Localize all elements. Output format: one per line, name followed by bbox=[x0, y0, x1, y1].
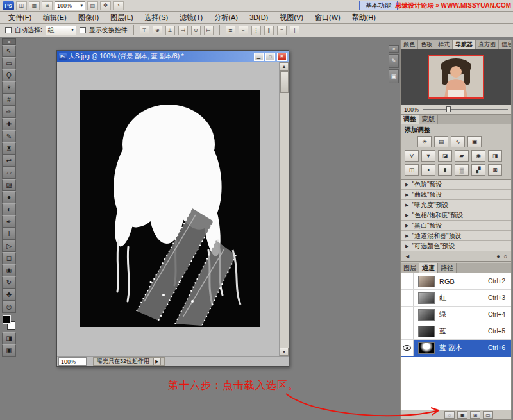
delete-channel-button[interactable]: ▭ bbox=[483, 411, 493, 419]
crop-tool[interactable]: # bbox=[2, 94, 16, 106]
eyedropper-tool[interactable]: ✑ bbox=[2, 106, 16, 118]
distribute-center-v-icon[interactable]: ≡ bbox=[239, 26, 248, 35]
distribute-bottom-icon[interactable]: ⋮ bbox=[251, 26, 261, 35]
screen-mode-button[interactable]: ▣ bbox=[2, 344, 16, 357]
lasso-tool[interactable]: Ϙ bbox=[2, 69, 16, 81]
preset-exposure[interactable]: ▶ "曝光度"预设 bbox=[401, 200, 511, 210]
auto-select-checkbox[interactable] bbox=[5, 27, 12, 33]
align-left-icon[interactable]: ⊣ bbox=[178, 26, 188, 35]
launch-bridge-icon[interactable]: ◫ bbox=[16, 1, 27, 10]
preset-black-white[interactable]: ▶ "黑白"预设 bbox=[401, 221, 511, 231]
zoom-tool[interactable]: ◎ bbox=[2, 301, 16, 313]
close-button[interactable]: ✕ bbox=[277, 53, 287, 61]
channel-red[interactable]: 红 Ctrl+3 bbox=[401, 290, 511, 307]
eraser-tool[interactable]: ▱ bbox=[2, 167, 16, 179]
save-selection-button[interactable]: ▣ bbox=[457, 411, 467, 419]
channel-mixer-icon[interactable]: ◨ bbox=[488, 150, 502, 162]
preset-curves[interactable]: ▶ "曲线"预设 bbox=[401, 190, 511, 200]
tab-masks[interactable]: 蒙版 bbox=[419, 115, 438, 124]
color-swatches[interactable] bbox=[2, 315, 16, 330]
distribute-left-icon[interactable]: ∥ bbox=[264, 26, 274, 35]
document-canvas-area[interactable]: ▲ ▼ 100% 曝光只在32位起作用 ▶ bbox=[57, 62, 289, 366]
tab-paths[interactable]: 路径 bbox=[438, 263, 457, 273]
clone-source-panel-icon[interactable]: ▣ bbox=[389, 69, 399, 83]
threshold-icon[interactable]: ▮ bbox=[438, 164, 452, 176]
gradient-map-icon[interactable]: ▒ bbox=[455, 164, 469, 176]
scrollbar-thumb[interactable] bbox=[280, 71, 289, 93]
rotate-view-icon[interactable]: ◔ bbox=[113, 1, 124, 10]
align-top-icon[interactable]: ⊤ bbox=[140, 26, 149, 35]
channel-thumbnail[interactable] bbox=[418, 342, 435, 354]
type-tool[interactable]: T bbox=[2, 228, 16, 240]
navigator-zoom-slider[interactable] bbox=[423, 109, 508, 110]
scroll-up-icon[interactable]: ▲ bbox=[280, 62, 289, 71]
tab-adjustments[interactable]: 调整 bbox=[401, 115, 419, 124]
vertical-scrollbar[interactable]: ▲ ▼ bbox=[279, 62, 289, 356]
tab-color[interactable]: 颜色 bbox=[401, 40, 418, 49]
clip-to-layer-icon[interactable]: ○ bbox=[504, 253, 507, 260]
levels-icon[interactable]: ▤ bbox=[434, 136, 448, 147]
brush-tool[interactable]: ✎ bbox=[2, 130, 16, 142]
menu-file[interactable]: 文件(F) bbox=[3, 12, 37, 23]
menu-window[interactable]: 窗口(W) bbox=[309, 12, 346, 23]
channel-thumbnail[interactable] bbox=[418, 292, 435, 304]
gradient-tool[interactable]: ▨ bbox=[2, 179, 16, 191]
hue-saturation-icon[interactable]: ▼ bbox=[421, 150, 435, 162]
preset-selective-color[interactable]: ▶ "可选颜色"预设 bbox=[401, 241, 511, 251]
load-selection-button[interactable]: ◌ bbox=[444, 411, 455, 419]
extra-adjustment-icon[interactable]: ⊠ bbox=[488, 164, 502, 176]
expand-dock-icon[interactable]: « bbox=[389, 45, 399, 53]
screen-mode-icon[interactable]: ✥ bbox=[100, 1, 111, 10]
color-balance-icon[interactable]: ◪ bbox=[438, 150, 452, 162]
history-brush-tool[interactable]: ↩ bbox=[2, 155, 16, 167]
scroll-down-icon[interactable]: ▼ bbox=[280, 348, 289, 356]
channel-rgb[interactable]: RGB Ctrl+2 bbox=[401, 273, 511, 290]
menu-analysis[interactable]: 分析(A) bbox=[208, 12, 244, 23]
document-title-bar[interactable]: Ps 大S.jpg @ 100% (背景 副本, 蓝 副本/8) * ▁ □ ✕ bbox=[57, 51, 289, 62]
status-zoom-field[interactable]: 100% bbox=[58, 357, 87, 366]
tab-layers[interactable]: 图层 bbox=[401, 263, 419, 273]
zoom-tool-icon[interactable]: ⊞ bbox=[42, 1, 53, 10]
brightness-contrast-icon[interactable]: ☀ bbox=[417, 136, 432, 147]
channel-green[interactable]: 绿 Ctrl+4 bbox=[401, 307, 511, 323]
visibility-cell[interactable] bbox=[401, 290, 414, 306]
invert-icon[interactable]: ◫ bbox=[405, 164, 419, 176]
distribute-center-h-icon[interactable]: = bbox=[277, 26, 287, 35]
menu-select[interactable]: 选择(S) bbox=[139, 12, 174, 23]
slider-thumb[interactable] bbox=[446, 106, 451, 112]
workspace-button[interactable]: 基本功能 bbox=[359, 1, 398, 10]
view-extras-icon[interactable]: ▦ bbox=[29, 1, 40, 10]
navigator-proxy-view[interactable] bbox=[428, 55, 484, 99]
menu-image[interactable]: 图像(I) bbox=[72, 12, 105, 23]
vibrance-icon[interactable]: V bbox=[405, 150, 419, 162]
channel-blue[interactable]: 蓝 Ctrl+5 bbox=[401, 323, 511, 340]
blur-tool[interactable]: ● bbox=[2, 191, 16, 203]
photo-filter-icon[interactable]: ◉ bbox=[471, 150, 485, 162]
new-channel-button[interactable]: ⊞ bbox=[470, 411, 480, 419]
shape-tool[interactable]: ◻ bbox=[2, 252, 16, 264]
tab-info[interactable]: 信息 bbox=[499, 40, 511, 49]
pen-tool[interactable]: ✒ bbox=[2, 215, 16, 228]
visibility-cell[interactable] bbox=[401, 307, 414, 323]
healing-tool[interactable]: ✚ bbox=[2, 118, 16, 130]
status-expand-icon[interactable]: ▶ bbox=[153, 358, 161, 365]
distribute-right-icon[interactable]: ∣ bbox=[290, 26, 299, 35]
visibility-cell[interactable] bbox=[401, 323, 414, 339]
align-center-v-icon[interactable]: ⊕ bbox=[153, 26, 162, 35]
zoom-level-dropdown[interactable]: 100% ▾ bbox=[55, 1, 85, 10]
align-bottom-icon[interactable]: ⊥ bbox=[165, 26, 175, 35]
menu-layer[interactable]: 图层(L) bbox=[105, 12, 139, 23]
channel-thumbnail[interactable] bbox=[418, 326, 435, 337]
align-right-icon[interactable]: ⊢ bbox=[204, 26, 214, 35]
hand-tool[interactable]: ✥ bbox=[2, 289, 16, 301]
foreground-color-swatch[interactable] bbox=[3, 315, 11, 324]
menu-filter[interactable]: 滤镜(T) bbox=[174, 12, 208, 23]
arrange-documents-icon[interactable]: ▤ bbox=[87, 1, 98, 10]
path-select-tool[interactable]: ▷ bbox=[2, 240, 16, 252]
tab-channels[interactable]: 通道 bbox=[419, 263, 438, 273]
exposure-icon[interactable]: ▣ bbox=[467, 136, 482, 147]
menu-help[interactable]: 帮助(H) bbox=[346, 12, 382, 23]
tab-styles[interactable]: 样式 bbox=[435, 40, 453, 49]
tab-navigator[interactable]: 导航器 bbox=[453, 40, 476, 49]
preset-hue-saturation[interactable]: ▶ "色相/饱和度"预设 bbox=[401, 210, 511, 221]
